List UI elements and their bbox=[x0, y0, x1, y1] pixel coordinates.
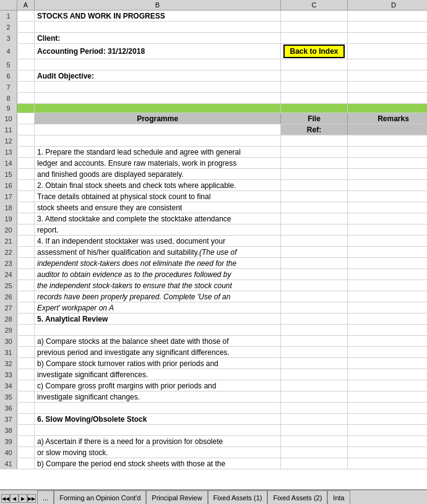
sheet-tab-5[interactable]: Inta bbox=[327, 490, 350, 504]
table-row: 36 bbox=[0, 403, 427, 414]
row-number: 3 bbox=[0, 33, 17, 43]
cell-c-24 bbox=[281, 269, 348, 280]
cell-b-5 bbox=[35, 59, 281, 70]
cell-b-17: Trace details obtained at physical stock… bbox=[35, 191, 281, 202]
row-number: 12 bbox=[0, 135, 17, 146]
cell-a-10 bbox=[17, 113, 35, 124]
cell-a-32 bbox=[17, 358, 35, 369]
table-row: 5 bbox=[0, 59, 427, 70]
row-number: 24 bbox=[0, 269, 17, 280]
table-row: 26 records have been properly prepared. … bbox=[0, 291, 427, 302]
row-number: 15 bbox=[0, 169, 17, 179]
spreadsheet: A B C D 1STOCKS AND WORK IN PROGRESS23Cl… bbox=[0, 0, 427, 489]
cell-d-4 bbox=[348, 44, 427, 59]
cell-d-10: Remarks bbox=[348, 113, 427, 124]
cell-a-24 bbox=[17, 269, 35, 280]
row-number: 23 bbox=[0, 258, 17, 268]
col-header-a: A bbox=[17, 0, 35, 10]
accounting-period: Accounting Period: 31/12/2018 bbox=[37, 47, 145, 56]
sheet-tab-1[interactable]: Forming an Opinion Cont'd bbox=[54, 490, 146, 504]
cell-d-31 bbox=[348, 347, 427, 357]
tab-next-btn[interactable]: ▶ bbox=[19, 494, 27, 503]
table-row: 3Client: bbox=[0, 33, 427, 44]
cell-d-8 bbox=[348, 93, 427, 103]
cell-b-37: 6. Slow Moving/Obsolete Stock bbox=[35, 414, 281, 424]
table-row: 1STOCKS AND WORK IN PROGRESS bbox=[0, 11, 427, 22]
tab-scroll-arrows: ◀◀ ◀ ▶ ▶▶ bbox=[1, 494, 36, 503]
back-to-index-button[interactable]: Back to Index bbox=[283, 45, 344, 58]
cell-d-6 bbox=[348, 70, 427, 81]
table-row: 38 bbox=[0, 425, 427, 436]
cell-d-25 bbox=[348, 280, 427, 291]
cell-c-39 bbox=[281, 436, 348, 446]
tab-last-btn[interactable]: ▶▶ bbox=[27, 494, 36, 503]
cell-a-19 bbox=[17, 213, 35, 224]
table-row: 27 Expert' workpaper on A bbox=[0, 302, 427, 314]
table-row: 15 and finished goods are displayed sepa… bbox=[0, 169, 427, 180]
cell-b-41: b) Compare the period end stock sheets w… bbox=[35, 458, 281, 469]
cell-d-40 bbox=[348, 447, 427, 458]
cell-c-32 bbox=[281, 358, 348, 369]
cell-c-35 bbox=[281, 391, 348, 402]
cell-b-40: or slow moving stock. bbox=[35, 447, 281, 458]
cell-b-34: c) Compare gross profit margins with pri… bbox=[35, 380, 281, 391]
cell-b-12 bbox=[35, 135, 281, 146]
cell-d-14 bbox=[348, 158, 427, 168]
row-number: 14 bbox=[0, 158, 17, 168]
cell-d-37 bbox=[348, 414, 427, 424]
cell-d-7 bbox=[348, 82, 427, 92]
row-number: 2 bbox=[0, 22, 17, 32]
row-number: 34 bbox=[0, 380, 17, 391]
sheet-tab-3[interactable]: Fixed Assets (1) bbox=[208, 490, 268, 504]
cell-d-24 bbox=[348, 269, 427, 280]
table-row: 31 previous period and investigate any s… bbox=[0, 347, 427, 358]
row-number: 39 bbox=[0, 436, 17, 446]
col-header-b: B bbox=[35, 0, 281, 10]
tab-first-btn[interactable]: ◀◀ bbox=[1, 494, 10, 503]
col-header-d: D bbox=[348, 0, 427, 10]
row-number: 26 bbox=[0, 291, 17, 302]
row-number: 18 bbox=[0, 202, 17, 213]
row-number: 4 bbox=[0, 44, 17, 59]
row-number: 21 bbox=[0, 236, 17, 246]
cell-d-13 bbox=[348, 147, 427, 157]
tab-prev-btn[interactable]: ◀ bbox=[10, 494, 19, 503]
cell-b-26: records have been properly prepared. Com… bbox=[35, 291, 281, 302]
table-row: 285. Analytical Review bbox=[0, 314, 427, 325]
cell-c-1 bbox=[281, 11, 348, 21]
table-row: 32 b) Compare stock turnover ratios with… bbox=[0, 358, 427, 369]
cell-c-28 bbox=[281, 314, 348, 324]
table-row: 25 the independent stock-takers to ensur… bbox=[0, 280, 427, 291]
cell-b-19: 3. Attend stocktake and complete the sto… bbox=[35, 213, 281, 224]
sheet-tab-4[interactable]: Fixed Assets (2) bbox=[267, 490, 327, 504]
cell-c-18 bbox=[281, 202, 348, 213]
table-row: 376. Slow Moving/Obsolete Stock bbox=[0, 414, 427, 425]
row-number: 22 bbox=[0, 247, 17, 257]
cell-a-12 bbox=[17, 135, 35, 146]
sheet-tab-0[interactable]: ... bbox=[37, 490, 54, 504]
cell-d-22 bbox=[348, 247, 427, 257]
table-row: 22 assessment of his/her qualification a… bbox=[0, 247, 427, 258]
cell-c-26 bbox=[281, 291, 348, 302]
cell-c-15 bbox=[281, 169, 348, 179]
grid-body: 1STOCKS AND WORK IN PROGRESS23Client:4Ac… bbox=[0, 11, 427, 489]
cell-b-38 bbox=[35, 425, 281, 435]
cell-c-36 bbox=[281, 403, 348, 413]
cell-c-25 bbox=[281, 280, 348, 291]
cell-b-32: b) Compare stock turnover ratios with pr… bbox=[35, 358, 281, 369]
cell-a-1 bbox=[17, 11, 35, 21]
cell-b-7 bbox=[35, 82, 281, 92]
cell-b-2 bbox=[35, 22, 281, 32]
sheet-tab-2[interactable]: Principal Review bbox=[146, 490, 207, 504]
cell-b-27: Expert' workpaper on A bbox=[35, 302, 281, 313]
row-number: 35 bbox=[0, 391, 17, 402]
cell-b-21: 4. If an independent stocktaker was used… bbox=[35, 236, 281, 246]
row-number: 28 bbox=[0, 314, 17, 324]
cell-d-35 bbox=[348, 391, 427, 402]
cell-a-39 bbox=[17, 436, 35, 446]
cell-c-23 bbox=[281, 258, 348, 268]
cell-b-10: Programme bbox=[35, 113, 281, 124]
cell-d-27 bbox=[348, 302, 427, 313]
cell-a-14 bbox=[17, 158, 35, 168]
table-row: 162. Obtain final stock sheets and check… bbox=[0, 180, 427, 191]
